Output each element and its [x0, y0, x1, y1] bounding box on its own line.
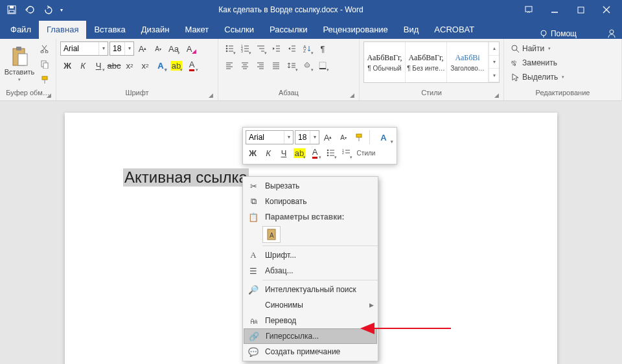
text-effects-button[interactable]: A	[154, 58, 168, 73]
ctx-font[interactable]: AШрифт...	[243, 247, 378, 263]
font-dialog-launcher[interactable]: ◢	[209, 92, 216, 100]
tell-me-search[interactable]: Помощ	[539, 29, 577, 38]
selected-text[interactable]: Активная ссылка	[123, 168, 249, 187]
mini-font-color-button[interactable]: A	[308, 146, 322, 160]
font-size-combo[interactable]: 18▾	[109, 41, 134, 56]
styles-gallery[interactable]: АаБбВвГг,¶ Обычный АаБбВвГг,¶ Без инте… …	[363, 41, 500, 83]
justify-button[interactable]	[269, 58, 283, 73]
bold-button[interactable]: Ж	[60, 58, 75, 73]
chevron-down-icon[interactable]: ▾	[284, 131, 293, 144]
borders-button[interactable]	[316, 58, 330, 73]
tab-design[interactable]: Дизайн	[133, 21, 178, 39]
mini-shrink-font-button[interactable]: A▾	[336, 130, 351, 144]
shading-button[interactable]	[300, 58, 314, 73]
sort-button[interactable]: AZ	[300, 41, 314, 56]
format-painter-button[interactable]	[38, 73, 52, 87]
ctx-new-comment[interactable]: 💬Создать примечание	[243, 344, 378, 359]
group-editing: Найти▾ abЗаменить Выделить▾ Редактирован…	[504, 39, 622, 100]
change-case-button[interactable]: Aa	[167, 41, 181, 56]
show-marks-button[interactable]: ¶	[316, 41, 330, 56]
replace-button[interactable]: abЗаменить	[508, 56, 560, 70]
ctx-paragraph[interactable]: ☰Абзац...	[243, 263, 378, 279]
lightbulb-icon	[539, 29, 548, 38]
styles-gallery-scroll[interactable]: ▴▾▾	[489, 42, 499, 82]
font-color-button[interactable]: A	[185, 58, 199, 73]
mini-grow-font-button[interactable]: A▴	[321, 130, 335, 144]
tab-home[interactable]: Главная	[39, 21, 86, 39]
ctx-cut[interactable]: ✂Вырезать	[243, 178, 378, 194]
tab-insert[interactable]: Вставка	[86, 21, 133, 39]
mini-styles-button[interactable]: A	[373, 130, 394, 144]
mini-underline-button[interactable]: Ч	[277, 146, 291, 160]
superscript-button[interactable]: x2	[138, 58, 152, 73]
style-heading1[interactable]: АаБбВіЗаголово…	[447, 42, 489, 82]
mini-highlight-button[interactable]: ab	[292, 146, 306, 160]
group-clipboard-label: Буфер обм…	[4, 87, 52, 98]
underline-button[interactable]: Ч	[91, 58, 106, 73]
paste-button[interactable]: Вставить ▾	[4, 41, 35, 87]
qat-customize-button[interactable]: ▾	[57, 1, 66, 19]
align-left-button[interactable]	[222, 58, 236, 73]
chevron-down-icon[interactable]: ▾	[98, 42, 108, 55]
ctx-hyperlink[interactable]: 🔗Гиперссылка...	[244, 328, 377, 344]
mini-font-size-combo[interactable]: 18▾	[295, 130, 319, 144]
ctx-translate[interactable]: 🗛Перевод	[243, 313, 378, 328]
undo-button[interactable]	[21, 1, 39, 19]
close-button[interactable]	[593, 0, 619, 19]
numbering-button[interactable]: 123	[238, 41, 252, 56]
decrease-indent-button[interactable]	[269, 41, 283, 56]
redo-button[interactable]	[39, 1, 57, 19]
mini-bold-button[interactable]: Ж	[246, 146, 260, 160]
share-icon[interactable]	[606, 28, 617, 39]
save-button[interactable]	[3, 1, 21, 19]
comment-icon: 💬	[247, 347, 260, 357]
clear-formatting-button[interactable]: A◢	[182, 41, 196, 56]
line-spacing-button[interactable]	[284, 58, 299, 73]
align-right-button[interactable]	[253, 58, 268, 73]
svg-text:2: 2	[342, 151, 344, 155]
chevron-down-icon[interactable]: ▾	[310, 131, 319, 144]
clipboard-dialog-launcher[interactable]: ◢	[47, 92, 54, 100]
tab-references[interactable]: Ссылки	[216, 21, 262, 39]
grow-font-button[interactable]: A▴	[135, 41, 150, 56]
tab-layout[interactable]: Макет	[177, 21, 216, 39]
cut-button[interactable]	[38, 41, 52, 56]
font-name-combo[interactable]: Arial▾	[60, 41, 108, 56]
minimize-button[interactable]	[542, 0, 568, 19]
mini-bullets-button[interactable]	[323, 146, 338, 160]
maximize-button[interactable]	[568, 0, 593, 19]
svg-rect-5	[578, 7, 584, 13]
paragraph-dialog-launcher[interactable]: ◢	[350, 92, 358, 100]
subscript-button[interactable]: x2	[122, 58, 137, 73]
chevron-down-icon[interactable]: ▾	[124, 42, 133, 55]
ctx-copy[interactable]: ⧉Копировать	[243, 194, 378, 209]
tab-review[interactable]: Рецензирование	[315, 21, 395, 39]
align-center-button[interactable]	[238, 58, 252, 73]
mini-font-name-combo[interactable]: Arial▾	[246, 130, 294, 144]
increase-indent-button[interactable]	[284, 41, 299, 56]
find-button[interactable]: Найти▾	[508, 41, 553, 56]
tab-mailings[interactable]: Рассылки	[262, 21, 315, 39]
mini-format-painter-button[interactable]	[352, 130, 366, 144]
svg-rect-13	[18, 54, 27, 65]
ctx-synonyms[interactable]: Синонимы▶	[243, 297, 378, 313]
ribbon-options-button[interactable]	[516, 0, 542, 19]
copy-button[interactable]	[38, 57, 52, 71]
paste-keep-text-only[interactable]: A	[262, 226, 281, 243]
tab-acrobat[interactable]: ACROBAT	[426, 21, 482, 39]
strikethrough-button[interactable]: abc	[107, 58, 121, 73]
highlight-button[interactable]: ab	[169, 58, 183, 73]
ctx-smart-lookup[interactable]: 🔎Интеллектуальный поиск	[243, 282, 378, 297]
bullets-button[interactable]	[222, 41, 236, 56]
mini-numbering-button[interactable]: 12	[339, 146, 353, 160]
tab-file[interactable]: Файл	[3, 21, 39, 39]
style-no-spacing[interactable]: АаБбВвГг,¶ Без инте…	[406, 42, 447, 82]
italic-button[interactable]: К	[76, 58, 90, 73]
select-button[interactable]: Выделить▾	[508, 70, 567, 84]
style-normal[interactable]: АаБбВвГг,¶ Обычный	[364, 42, 406, 82]
multilevel-list-button[interactable]	[253, 41, 268, 56]
mini-italic-button[interactable]: К	[261, 146, 275, 160]
shrink-font-button[interactable]: A▾	[151, 41, 165, 56]
tab-view[interactable]: Вид	[396, 21, 427, 39]
styles-dialog-launcher[interactable]: ◢	[494, 92, 502, 100]
